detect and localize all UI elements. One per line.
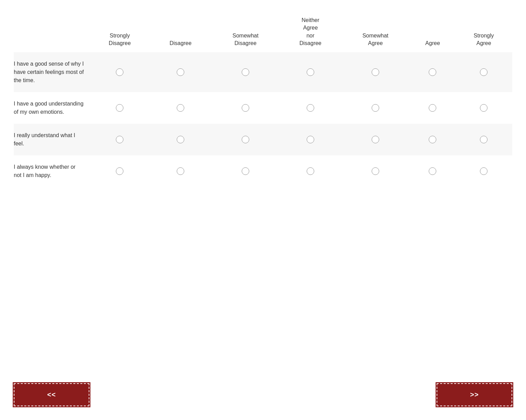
radio-cell-somewhat-agree[interactable]	[341, 155, 410, 187]
radio-cell-somewhat-agree[interactable]	[341, 92, 410, 124]
radio-agree[interactable]	[429, 68, 436, 76]
table-row: I have a good sense of why I have certai…	[14, 52, 512, 92]
radio-cell-somewhat-disagree[interactable]	[211, 52, 280, 92]
radio-cell-neither[interactable]	[280, 92, 341, 124]
radio-cell-strongly-agree[interactable]	[455, 124, 512, 155]
table-row: I always know whether or not I am happy.	[14, 155, 512, 187]
radio-agree[interactable]	[429, 136, 436, 143]
header-row: Strongly Disagree Disagree Somewhat Disa…	[14, 14, 512, 52]
radio-cell-strongly-disagree[interactable]	[89, 52, 150, 92]
radio-neither[interactable]	[307, 104, 314, 112]
table-row: I have a good understanding of my own em…	[14, 92, 512, 124]
radio-cell-strongly-agree[interactable]	[455, 155, 512, 187]
header-strongly-disagree: Strongly Disagree	[89, 14, 150, 52]
radio-cell-somewhat-agree[interactable]	[341, 124, 410, 155]
radio-cell-strongly-disagree[interactable]	[89, 155, 150, 187]
radio-strongly-agree[interactable]	[480, 167, 487, 175]
radio-neither[interactable]	[307, 136, 314, 143]
radio-cell-strongly-agree[interactable]	[455, 52, 512, 92]
header-disagree: Disagree	[150, 14, 211, 52]
next-button[interactable]: >>	[437, 383, 512, 406]
radio-cell-agree[interactable]	[410, 92, 455, 124]
question-cell: I really understand what I feel.	[14, 124, 89, 155]
radio-cell-disagree[interactable]	[150, 155, 211, 187]
radio-somewhat-agree[interactable]	[372, 104, 379, 112]
page-wrapper: Strongly Disagree Disagree Somewhat Disa…	[0, 0, 526, 420]
radio-disagree[interactable]	[177, 68, 184, 76]
question-header	[14, 14, 89, 52]
radio-cell-agree[interactable]	[410, 124, 455, 155]
radio-cell-somewhat-agree[interactable]	[341, 52, 410, 92]
radio-cell-neither[interactable]	[280, 155, 341, 187]
survey-table: Strongly Disagree Disagree Somewhat Disa…	[14, 14, 512, 187]
radio-somewhat-agree[interactable]	[372, 167, 379, 175]
radio-cell-strongly-agree[interactable]	[455, 92, 512, 124]
radio-disagree[interactable]	[177, 104, 184, 112]
radio-cell-somewhat-disagree[interactable]	[211, 124, 280, 155]
radio-cell-somewhat-disagree[interactable]	[211, 155, 280, 187]
table-row: I really understand what I feel.	[14, 124, 512, 155]
radio-cell-somewhat-disagree[interactable]	[211, 92, 280, 124]
radio-disagree[interactable]	[177, 136, 184, 143]
radio-neither[interactable]	[307, 167, 314, 175]
radio-cell-strongly-disagree[interactable]	[89, 124, 150, 155]
header-agree: Agree	[410, 14, 455, 52]
radio-agree[interactable]	[429, 167, 436, 175]
question-cell: I always know whether or not I am happy.	[14, 155, 89, 187]
question-cell: I have a good understanding of my own em…	[14, 92, 89, 124]
header-somewhat-disagree: Somewhat Disagree	[211, 14, 280, 52]
header-somewhat-agree: Somewhat Agree	[341, 14, 410, 52]
radio-strongly-agree[interactable]	[480, 136, 487, 143]
radio-agree[interactable]	[429, 104, 436, 112]
radio-somewhat-agree[interactable]	[372, 136, 379, 143]
radio-somewhat-disagree[interactable]	[242, 136, 249, 143]
radio-cell-disagree[interactable]	[150, 124, 211, 155]
radio-strongly-disagree[interactable]	[116, 136, 123, 143]
radio-neither[interactable]	[307, 68, 314, 76]
question-cell: I have a good sense of why I have certai…	[14, 52, 89, 92]
radio-disagree[interactable]	[177, 167, 184, 175]
header-neither: Neither Agree nor Disagree	[280, 14, 341, 52]
radio-strongly-disagree[interactable]	[116, 167, 123, 175]
radio-cell-neither[interactable]	[280, 124, 341, 155]
radio-cell-agree[interactable]	[410, 155, 455, 187]
radio-somewhat-disagree[interactable]	[242, 167, 249, 175]
radio-somewhat-agree[interactable]	[372, 68, 379, 76]
radio-strongly-disagree[interactable]	[116, 104, 123, 112]
radio-cell-strongly-disagree[interactable]	[89, 92, 150, 124]
radio-strongly-disagree[interactable]	[116, 68, 123, 76]
navigation-row: << >>	[14, 363, 512, 406]
radio-strongly-agree[interactable]	[480, 68, 487, 76]
prev-button[interactable]: <<	[14, 383, 89, 406]
radio-cell-disagree[interactable]	[150, 52, 211, 92]
radio-somewhat-disagree[interactable]	[242, 104, 249, 112]
radio-cell-disagree[interactable]	[150, 92, 211, 124]
header-strongly-agree: Strongly Agree	[455, 14, 512, 52]
radio-strongly-agree[interactable]	[480, 104, 487, 112]
radio-somewhat-disagree[interactable]	[242, 68, 249, 76]
radio-cell-agree[interactable]	[410, 52, 455, 92]
radio-cell-neither[interactable]	[280, 52, 341, 92]
